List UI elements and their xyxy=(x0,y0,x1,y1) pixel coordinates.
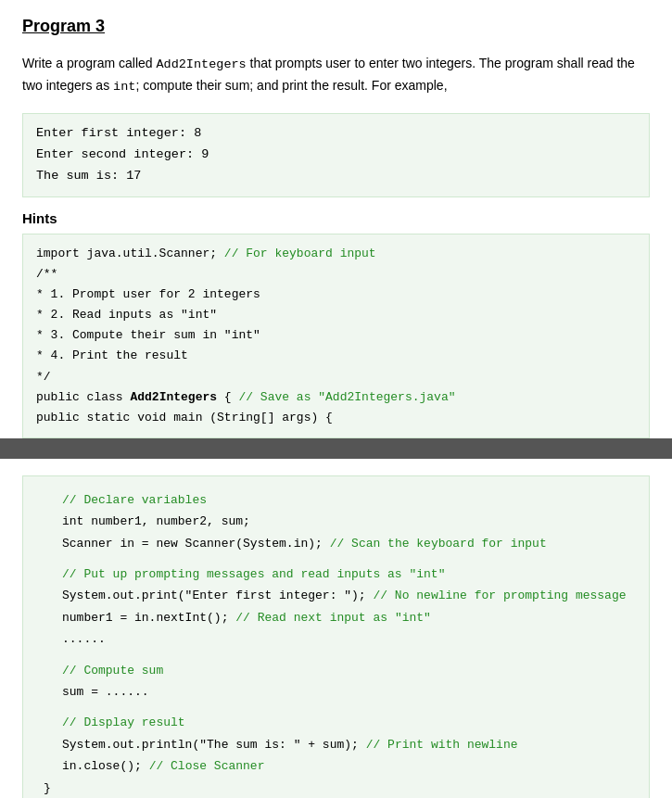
hint-javadoc-open: /** xyxy=(36,264,636,285)
hints-code-box: import java.util.Scanner; // For keyboar… xyxy=(22,234,650,438)
print-text: System.out.print("Enter first integer: "… xyxy=(62,589,366,602)
step3-text: * 3. Compute their sum in "int" xyxy=(36,328,260,342)
declare-vars: int number1, number2, sum; xyxy=(62,511,632,532)
sum-text: sum = ...... xyxy=(62,685,149,699)
main-text: public static void main (String[] args) … xyxy=(36,411,333,424)
output-line-2: Enter second integer: 9 xyxy=(36,145,636,166)
scanner-text: Scanner in = new Scanner(System.in); xyxy=(62,537,323,551)
hint-step1: * 1. Prompt user for 2 integers xyxy=(36,285,636,305)
class-keyword: public class xyxy=(36,390,130,404)
scanner-comment: // Scan the keyboard for input xyxy=(330,537,547,551)
page-divider xyxy=(0,438,672,459)
display-comment-text: // Display result xyxy=(62,716,185,729)
prompt-comment: // Put up prompting messages and read in… xyxy=(62,564,632,585)
println-text: System.out.println("The sum is: " + sum)… xyxy=(62,738,359,752)
close-method: } xyxy=(40,778,632,798)
compute-comment: // Compute sum xyxy=(62,660,632,681)
hints-title: Hints xyxy=(22,210,650,226)
dots-line: ...... xyxy=(62,628,632,650)
println-comment: // Print with newline xyxy=(366,738,518,752)
read-comment: // Read next input as "int" xyxy=(235,611,431,625)
close-text: in.close(); xyxy=(62,759,149,773)
bottom-indent: // Declare variables int number1, number… xyxy=(40,489,632,778)
hint-class-decl: public class Add2Integers { // Save as "… xyxy=(36,387,636,408)
hint-step3: * 3. Compute their sum in "int" xyxy=(36,325,636,346)
class-name-bold: Add2Integers xyxy=(130,390,217,404)
output-line-3: The sum is: 17 xyxy=(36,166,636,187)
close-line: in.close(); // Close Scanner xyxy=(62,755,632,777)
class-comment: { // Save as "Add2Integers.java" xyxy=(217,390,455,404)
import-text: import java.util.Scanner; xyxy=(36,247,224,260)
step1-text: * 1. Prompt user for 2 integers xyxy=(36,287,260,301)
read-text: number1 = in.nextInt(); xyxy=(62,611,228,625)
step2-text: * 2. Read inputs as "int" xyxy=(36,308,217,322)
close-comment: // Close Scanner xyxy=(149,759,265,773)
display-comment: // Display result xyxy=(62,712,632,733)
description: Write a program called Add2Integers that… xyxy=(22,53,650,96)
scanner-line: Scanner in = new Scanner(System.in); // … xyxy=(62,533,632,554)
dots-text: ...... xyxy=(62,632,106,646)
page-title: Program 3 xyxy=(22,17,650,36)
sum-line: sum = ...... xyxy=(62,681,632,703)
output-line-1: Enter first integer: 8 xyxy=(36,123,636,145)
output-example-box: Enter first integer: 8 Enter second inte… xyxy=(22,113,650,197)
declare-comment: // Declare variables xyxy=(62,489,632,511)
compute-comment-text: // Compute sum xyxy=(62,664,163,678)
bottom-code-box: // Declare variables int number1, number… xyxy=(22,475,650,798)
blank2 xyxy=(62,651,632,660)
type-inline: int xyxy=(113,80,135,94)
hint-step4: * 4. Print the result xyxy=(36,346,636,366)
hint-main-decl: public static void main (String[] args) … xyxy=(36,408,636,428)
hint-step2: * 2. Read inputs as "int" xyxy=(36,305,636,325)
page-bottom: // Declare variables int number1, number… xyxy=(0,459,672,798)
class-name-inline: Add2Integers xyxy=(156,57,246,71)
hint-import-line: import java.util.Scanner; // For keyboar… xyxy=(36,244,636,264)
declare-vars-text: int number1, number2, sum; xyxy=(62,514,250,528)
hint-javadoc-close: */ xyxy=(36,367,636,387)
blank1 xyxy=(62,554,632,564)
page-top: Program 3 Write a program called Add2Int… xyxy=(0,0,672,438)
prompt-comment-text: // Put up prompting messages and read in… xyxy=(62,567,445,581)
blank3 xyxy=(62,703,632,712)
print-comment: // No newline for prompting message xyxy=(373,589,626,602)
import-comment: // For keyboard input xyxy=(224,247,376,260)
step4-text: * 4. Print the result xyxy=(36,348,188,362)
print-line: System.out.print("Enter first integer: "… xyxy=(62,585,632,606)
read-line: number1 = in.nextInt(); // Read next inp… xyxy=(62,607,632,628)
declare-comment-text: // Declare variables xyxy=(62,493,207,507)
println-line: System.out.println("The sum is: " + sum)… xyxy=(62,734,632,755)
